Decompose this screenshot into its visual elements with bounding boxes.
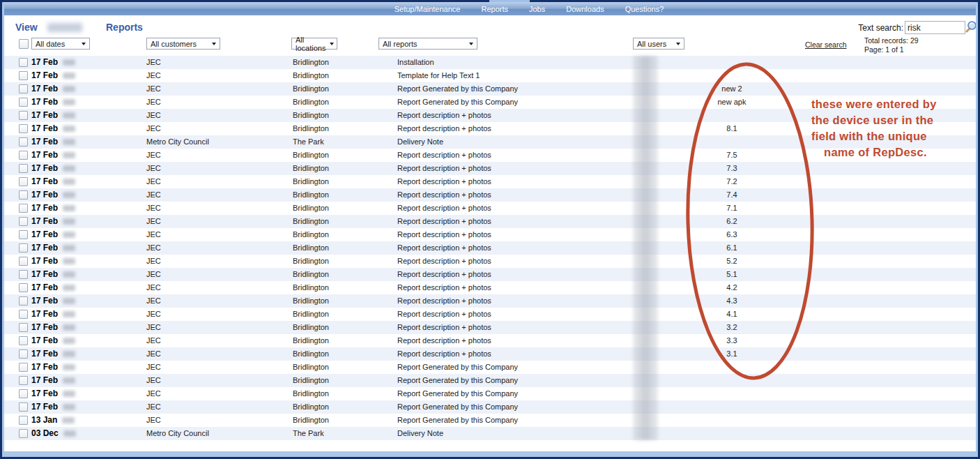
row-checkbox[interactable] — [19, 363, 28, 372]
row-checkbox[interactable] — [19, 204, 28, 213]
row-checkbox[interactable] — [19, 58, 28, 67]
table-row[interactable]: 17 FebJECBridlingtonReport description +… — [4, 255, 976, 268]
row-checkbox[interactable] — [19, 190, 28, 200]
nav-item-downloads[interactable]: Downloads — [566, 5, 604, 13]
table-row[interactable]: 17 FebJECBridlingtonReport description +… — [4, 347, 976, 361]
nav-item-questions[interactable]: Questions? — [625, 5, 664, 13]
row-checkbox[interactable] — [19, 84, 28, 93]
redacted-year — [63, 192, 75, 198]
repdesc-value: 5.1 — [707, 270, 756, 278]
table-row[interactable]: 17 FebJECBridlingtonReport description +… — [4, 241, 976, 255]
row-checkbox[interactable] — [19, 349, 28, 359]
row-customer: Metro City Council — [146, 429, 209, 437]
repdesc-value: 4.1 — [707, 310, 756, 318]
row-location: Bridlington — [293, 416, 329, 424]
table-row[interactable]: 03 DecMetro City CouncilThe ParkDelivery… — [4, 427, 976, 440]
table-row[interactable]: 13 JanJECBridlingtonReport Generated by … — [4, 414, 976, 427]
annotation-text: these were entered by the device user in… — [811, 96, 951, 160]
search-input[interactable] — [905, 21, 965, 34]
row-checkbox[interactable] — [19, 98, 28, 107]
row-report: Report description + photos — [397, 310, 491, 318]
row-checkbox[interactable] — [19, 376, 28, 385]
table-row[interactable]: 17 FebJECBridlingtonReport Generated by … — [4, 387, 976, 400]
table-row[interactable]: 17 FebJECBridlingtonReport description +… — [4, 188, 976, 202]
row-date: 17 Feb — [31, 283, 75, 292]
row-report: Report Generated by this Company — [397, 376, 518, 384]
redacted-year — [63, 351, 75, 357]
row-customer: JEC — [146, 376, 161, 384]
row-checkbox[interactable] — [19, 230, 28, 239]
filter-all-users[interactable]: All users — [633, 38, 684, 50]
row-customer: JEC — [146, 230, 161, 239]
table-row[interactable]: 17 FebJECBridlingtonReport description +… — [4, 175, 976, 188]
row-checkbox[interactable] — [19, 151, 28, 160]
row-location: The Park — [293, 429, 324, 437]
table-row[interactable]: 17 FebJECBridlingtonReport description +… — [4, 321, 976, 334]
redacted-year — [63, 271, 75, 278]
row-checkbox[interactable] — [19, 124, 28, 133]
row-checkbox[interactable] — [19, 389, 28, 398]
row-checkbox[interactable] — [19, 243, 28, 253]
row-report: Report Generated by this Company — [397, 363, 518, 371]
row-checkbox[interactable] — [19, 310, 28, 319]
row-report: Report description + photos — [397, 217, 491, 225]
table-row[interactable]: 17 FebJECBridlingtonInstallation — [4, 56, 976, 69]
filter-all-reports[interactable]: All reports — [378, 38, 477, 50]
table-row[interactable]: 17 FebJECBridlingtonReport Generated by … — [4, 400, 976, 414]
table-row[interactable]: 17 FebJECBridlingtonReport Generated by … — [4, 361, 976, 374]
nav-item-reports[interactable]: Reports — [481, 5, 508, 13]
row-checkbox[interactable] — [19, 283, 28, 292]
row-checkbox[interactable] — [19, 270, 28, 279]
table-row[interactable]: 17 FebJECBridlingtonReport description +… — [4, 308, 976, 321]
row-report: Delivery Note — [397, 429, 443, 437]
row-checkbox[interactable] — [19, 416, 28, 425]
row-report: Report description + photos — [397, 323, 491, 331]
row-checkbox[interactable] — [19, 296, 28, 306]
nav-item-jobs[interactable]: Jobs — [529, 5, 545, 13]
table-row[interactable]: 17 FebJECBridlingtonReport description +… — [4, 202, 976, 215]
select-all-checkbox[interactable] — [19, 39, 29, 49]
row-location: Bridlington — [293, 336, 329, 345]
redacted-year — [63, 404, 75, 410]
row-checkbox[interactable] — [19, 164, 28, 173]
filter-all-dates[interactable]: All dates — [31, 38, 90, 50]
table-row[interactable]: 17 FebJECBridlingtonReport description +… — [4, 215, 976, 228]
repdesc-value: 6.3 — [707, 230, 756, 239]
table-row[interactable]: 17 FebJECBridlingtonReport description +… — [4, 281, 976, 294]
row-customer: JEC — [146, 151, 161, 159]
filter-all-locations[interactable]: All locations — [291, 38, 337, 50]
table-row[interactable]: 17 FebJECBridlingtonReport description +… — [4, 268, 976, 281]
row-report: Report description + photos — [397, 336, 491, 345]
table-row[interactable]: 17 FebJECBridlingtonReport Generated by … — [4, 374, 976, 387]
row-report: Report Generated by this Company — [397, 84, 518, 93]
annotation-line: field with the unique — [811, 128, 951, 144]
table-row[interactable]: 17 FebJECBridlingtonReport description +… — [4, 162, 976, 175]
row-checkbox[interactable] — [19, 257, 28, 266]
row-checkbox[interactable] — [19, 323, 28, 332]
row-checkbox[interactable] — [19, 429, 28, 438]
row-location: Bridlington — [293, 204, 329, 212]
table-row[interactable]: 17 FebJECBridlingtonReport Generated by … — [4, 82, 976, 96]
row-checkbox[interactable] — [19, 111, 28, 120]
redacted-year — [63, 99, 75, 105]
row-checkbox[interactable] — [19, 71, 28, 80]
row-customer: JEC — [146, 84, 161, 93]
row-checkbox[interactable] — [19, 177, 28, 186]
table-row[interactable]: 17 FebJECBridlingtonReport description +… — [4, 294, 976, 308]
filter-all-customers[interactable]: All customers — [146, 38, 220, 50]
table-row[interactable]: 17 FebJECBridlingtonReport description +… — [4, 334, 976, 347]
magnifier-icon[interactable] — [965, 20, 977, 33]
row-checkbox[interactable] — [19, 336, 28, 345]
row-date: 17 Feb — [31, 110, 75, 120]
nav-item-setup-maintenance[interactable]: Setup/Maintenance — [395, 5, 461, 13]
chevron-down-icon — [469, 43, 473, 45]
row-checkbox[interactable] — [19, 402, 28, 412]
table-row[interactable]: 17 FebJECBridlingtonReport description +… — [4, 228, 976, 241]
table-row[interactable]: 17 FebJECBridlingtonTemplate for Help Te… — [4, 69, 976, 82]
filter-label: All locations — [296, 36, 326, 52]
row-location: Bridlington — [293, 217, 329, 225]
annotation-line: name of RepDesc. — [811, 144, 951, 160]
row-checkbox[interactable] — [19, 137, 28, 146]
row-checkbox[interactable] — [19, 217, 28, 226]
row-customer: Metro City Council — [146, 137, 209, 146]
